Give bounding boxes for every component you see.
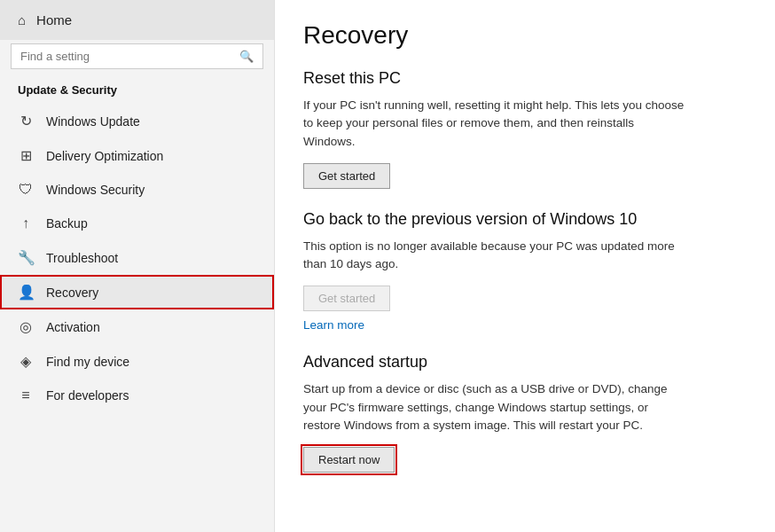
sidebar-item-label: Recovery (46, 286, 98, 300)
sidebar-item-for-developers[interactable]: ≡ For developers (0, 379, 274, 412)
search-icon: 🔍 (239, 50, 254, 63)
sidebar-item-windows-update[interactable]: ↻ Windows Update (0, 104, 274, 138)
activation-icon: ◎ (18, 318, 34, 335)
section-go-back: Go back to the previous version of Windo… (303, 210, 747, 332)
sidebar-item-label: Find my device (46, 355, 129, 369)
sidebar-section-title: Update & Security (0, 80, 274, 104)
recovery-icon: 👤 (18, 284, 34, 301)
sidebar-item-label: Delivery Optimization (46, 149, 163, 163)
sidebar-item-backup[interactable]: ↑ Backup (0, 207, 274, 240)
sidebar-item-label: Activation (46, 320, 100, 334)
main-content: Recovery Reset this PC If your PC isn't … (275, 0, 775, 532)
sidebar-item-label: Troubleshoot (46, 251, 118, 265)
find-device-icon: ◈ (18, 353, 34, 370)
sidebar-home-item[interactable]: ⌂ Home (0, 0, 274, 40)
backup-icon: ↑ (18, 215, 34, 231)
section-reset-pc: Reset this PC If your PC isn't running w… (303, 69, 747, 210)
sidebar-item-label: Windows Update (46, 114, 140, 129)
sidebar-item-find-my-device[interactable]: ◈ Find my device (0, 344, 274, 379)
sidebar-item-troubleshoot[interactable]: 🔧 Troubleshoot (0, 240, 274, 275)
learn-more-link[interactable]: Learn more (303, 318, 747, 332)
search-input[interactable] (20, 50, 239, 63)
sidebar-item-activation[interactable]: ◎ Activation (0, 309, 274, 344)
reset-pc-description: If your PC isn't running well, resetting… (303, 97, 685, 151)
sidebar-item-delivery-optimization[interactable]: ⊞ Delivery Optimization (0, 138, 274, 173)
sidebar-item-recovery[interactable]: 👤 Recovery (0, 275, 274, 309)
sidebar-item-label: For developers (46, 388, 129, 403)
delivery-icon: ⊞ (18, 147, 34, 164)
advanced-startup-description: Start up from a device or disc (such as … (303, 380, 685, 434)
sidebar: ⌂ Home 🔍 Update & Security ↻ Windows Upd… (0, 0, 275, 532)
sidebar-item-label: Windows Security (46, 183, 145, 197)
sidebar-item-windows-security[interactable]: 🛡 Windows Security (0, 173, 274, 207)
reset-pc-title: Reset this PC (303, 69, 747, 88)
go-back-description: This option is no longer available becau… (303, 238, 685, 274)
go-back-title: Go back to the previous version of Windo… (303, 210, 747, 229)
section-advanced-startup: Advanced startup Start up from a device … (303, 353, 747, 494)
restart-now-button[interactable]: Restart now (303, 447, 395, 473)
page-title: Recovery (303, 21, 747, 50)
update-icon: ↻ (18, 113, 34, 129)
home-icon: ⌂ (18, 12, 26, 27)
security-icon: 🛡 (18, 182, 34, 198)
reset-pc-button[interactable]: Get started (303, 163, 390, 189)
home-label: Home (36, 12, 72, 27)
advanced-startup-title: Advanced startup (303, 353, 747, 372)
developers-icon: ≡ (18, 387, 34, 403)
search-box: 🔍 (11, 43, 263, 69)
go-back-button[interactable]: Get started (303, 286, 390, 311)
troubleshoot-icon: 🔧 (18, 249, 34, 266)
sidebar-item-label: Backup (46, 216, 88, 231)
